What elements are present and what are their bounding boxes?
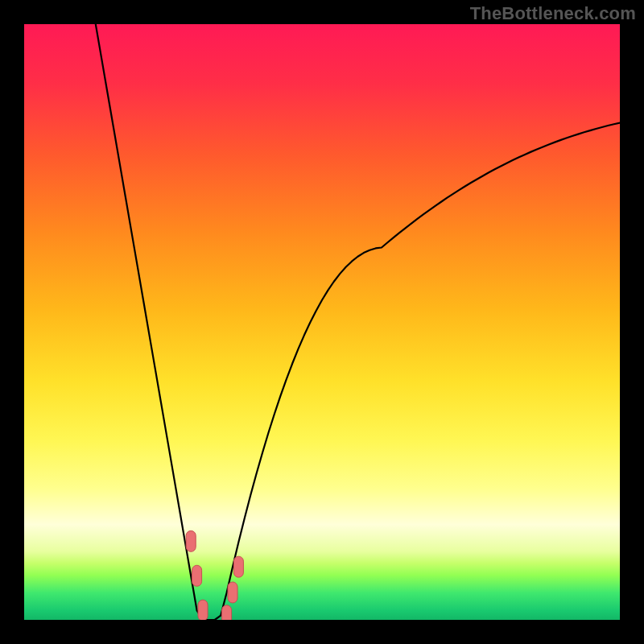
curve-marker: [222, 605, 232, 620]
watermark-text: TheBottleneck.com: [470, 3, 636, 24]
curve-marker: [186, 530, 196, 551]
curve-marker: [192, 565, 202, 586]
gradient-background: [24, 24, 620, 620]
curve-marker: [198, 600, 208, 620]
curve-marker: [233, 556, 243, 577]
chart-frame: TheBottleneck.com: [0, 0, 644, 644]
plot-area: [24, 24, 620, 620]
curve-marker: [228, 582, 237, 603]
chart-svg: [24, 24, 620, 620]
